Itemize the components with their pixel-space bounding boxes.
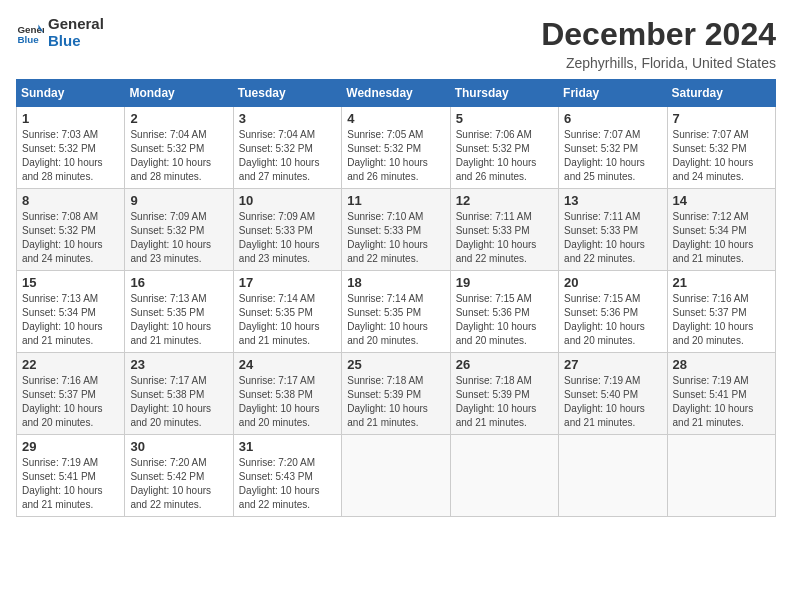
day-number: 31	[239, 439, 336, 454]
calendar-cell: 23Sunrise: 7:17 AM Sunset: 5:38 PM Dayli…	[125, 353, 233, 435]
day-info: Sunrise: 7:17 AM Sunset: 5:38 PM Dayligh…	[239, 374, 336, 430]
calendar-cell: 6Sunrise: 7:07 AM Sunset: 5:32 PM Daylig…	[559, 107, 667, 189]
day-number: 9	[130, 193, 227, 208]
day-info: Sunrise: 7:17 AM Sunset: 5:38 PM Dayligh…	[130, 374, 227, 430]
calendar-cell: 22Sunrise: 7:16 AM Sunset: 5:37 PM Dayli…	[17, 353, 125, 435]
day-info: Sunrise: 7:05 AM Sunset: 5:32 PM Dayligh…	[347, 128, 444, 184]
day-number: 29	[22, 439, 119, 454]
calendar-cell: 11Sunrise: 7:10 AM Sunset: 5:33 PM Dayli…	[342, 189, 450, 271]
day-number: 21	[673, 275, 770, 290]
weekday-header-sunday: Sunday	[17, 80, 125, 107]
weekday-header-wednesday: Wednesday	[342, 80, 450, 107]
day-info: Sunrise: 7:19 AM Sunset: 5:40 PM Dayligh…	[564, 374, 661, 430]
day-info: Sunrise: 7:12 AM Sunset: 5:34 PM Dayligh…	[673, 210, 770, 266]
calendar-week-row: 15Sunrise: 7:13 AM Sunset: 5:34 PM Dayli…	[17, 271, 776, 353]
calendar-week-row: 1Sunrise: 7:03 AM Sunset: 5:32 PM Daylig…	[17, 107, 776, 189]
day-info: Sunrise: 7:03 AM Sunset: 5:32 PM Dayligh…	[22, 128, 119, 184]
day-number: 28	[673, 357, 770, 372]
logo-general: General	[48, 16, 104, 33]
day-info: Sunrise: 7:11 AM Sunset: 5:33 PM Dayligh…	[456, 210, 553, 266]
day-info: Sunrise: 7:16 AM Sunset: 5:37 PM Dayligh…	[673, 292, 770, 348]
calendar-week-row: 22Sunrise: 7:16 AM Sunset: 5:37 PM Dayli…	[17, 353, 776, 435]
day-number: 22	[22, 357, 119, 372]
day-info: Sunrise: 7:11 AM Sunset: 5:33 PM Dayligh…	[564, 210, 661, 266]
calendar-cell: 30Sunrise: 7:20 AM Sunset: 5:42 PM Dayli…	[125, 435, 233, 517]
day-info: Sunrise: 7:09 AM Sunset: 5:33 PM Dayligh…	[239, 210, 336, 266]
day-number: 13	[564, 193, 661, 208]
location-subtitle: Zephyrhills, Florida, United States	[541, 55, 776, 71]
day-number: 27	[564, 357, 661, 372]
day-number: 1	[22, 111, 119, 126]
calendar-cell: 15Sunrise: 7:13 AM Sunset: 5:34 PM Dayli…	[17, 271, 125, 353]
calendar-cell: 7Sunrise: 7:07 AM Sunset: 5:32 PM Daylig…	[667, 107, 775, 189]
calendar-cell	[559, 435, 667, 517]
calendar-cell: 25Sunrise: 7:18 AM Sunset: 5:39 PM Dayli…	[342, 353, 450, 435]
day-info: Sunrise: 7:20 AM Sunset: 5:43 PM Dayligh…	[239, 456, 336, 512]
day-number: 8	[22, 193, 119, 208]
calendar-cell: 5Sunrise: 7:06 AM Sunset: 5:32 PM Daylig…	[450, 107, 558, 189]
day-number: 2	[130, 111, 227, 126]
calendar-cell: 26Sunrise: 7:18 AM Sunset: 5:39 PM Dayli…	[450, 353, 558, 435]
logo: General Blue General Blue	[16, 16, 104, 49]
calendar-cell: 21Sunrise: 7:16 AM Sunset: 5:37 PM Dayli…	[667, 271, 775, 353]
day-info: Sunrise: 7:15 AM Sunset: 5:36 PM Dayligh…	[456, 292, 553, 348]
logo-blue: Blue	[48, 33, 104, 50]
calendar-cell: 12Sunrise: 7:11 AM Sunset: 5:33 PM Dayli…	[450, 189, 558, 271]
calendar-cell: 4Sunrise: 7:05 AM Sunset: 5:32 PM Daylig…	[342, 107, 450, 189]
day-number: 23	[130, 357, 227, 372]
day-info: Sunrise: 7:19 AM Sunset: 5:41 PM Dayligh…	[673, 374, 770, 430]
day-number: 11	[347, 193, 444, 208]
calendar-cell: 19Sunrise: 7:15 AM Sunset: 5:36 PM Dayli…	[450, 271, 558, 353]
calendar-cell: 24Sunrise: 7:17 AM Sunset: 5:38 PM Dayli…	[233, 353, 341, 435]
day-number: 5	[456, 111, 553, 126]
weekday-header-saturday: Saturday	[667, 80, 775, 107]
calendar-cell: 18Sunrise: 7:14 AM Sunset: 5:35 PM Dayli…	[342, 271, 450, 353]
calendar-cell: 3Sunrise: 7:04 AM Sunset: 5:32 PM Daylig…	[233, 107, 341, 189]
day-number: 12	[456, 193, 553, 208]
day-info: Sunrise: 7:10 AM Sunset: 5:33 PM Dayligh…	[347, 210, 444, 266]
day-number: 15	[22, 275, 119, 290]
weekday-header-monday: Monday	[125, 80, 233, 107]
day-info: Sunrise: 7:20 AM Sunset: 5:42 PM Dayligh…	[130, 456, 227, 512]
day-info: Sunrise: 7:19 AM Sunset: 5:41 PM Dayligh…	[22, 456, 119, 512]
calendar-cell: 28Sunrise: 7:19 AM Sunset: 5:41 PM Dayli…	[667, 353, 775, 435]
calendar-week-row: 29Sunrise: 7:19 AM Sunset: 5:41 PM Dayli…	[17, 435, 776, 517]
day-info: Sunrise: 7:07 AM Sunset: 5:32 PM Dayligh…	[673, 128, 770, 184]
day-info: Sunrise: 7:13 AM Sunset: 5:34 PM Dayligh…	[22, 292, 119, 348]
day-number: 20	[564, 275, 661, 290]
calendar-cell: 31Sunrise: 7:20 AM Sunset: 5:43 PM Dayli…	[233, 435, 341, 517]
day-number: 10	[239, 193, 336, 208]
logo-icon: General Blue	[16, 19, 44, 47]
day-number: 26	[456, 357, 553, 372]
calendar-cell: 16Sunrise: 7:13 AM Sunset: 5:35 PM Dayli…	[125, 271, 233, 353]
calendar-cell: 1Sunrise: 7:03 AM Sunset: 5:32 PM Daylig…	[17, 107, 125, 189]
day-info: Sunrise: 7:16 AM Sunset: 5:37 PM Dayligh…	[22, 374, 119, 430]
day-number: 18	[347, 275, 444, 290]
day-info: Sunrise: 7:18 AM Sunset: 5:39 PM Dayligh…	[456, 374, 553, 430]
day-info: Sunrise: 7:15 AM Sunset: 5:36 PM Dayligh…	[564, 292, 661, 348]
day-number: 3	[239, 111, 336, 126]
calendar-cell: 27Sunrise: 7:19 AM Sunset: 5:40 PM Dayli…	[559, 353, 667, 435]
calendar-cell	[450, 435, 558, 517]
day-info: Sunrise: 7:04 AM Sunset: 5:32 PM Dayligh…	[239, 128, 336, 184]
weekday-header-thursday: Thursday	[450, 80, 558, 107]
calendar-cell: 10Sunrise: 7:09 AM Sunset: 5:33 PM Dayli…	[233, 189, 341, 271]
day-info: Sunrise: 7:18 AM Sunset: 5:39 PM Dayligh…	[347, 374, 444, 430]
calendar-cell: 29Sunrise: 7:19 AM Sunset: 5:41 PM Dayli…	[17, 435, 125, 517]
day-number: 17	[239, 275, 336, 290]
day-info: Sunrise: 7:07 AM Sunset: 5:32 PM Dayligh…	[564, 128, 661, 184]
day-info: Sunrise: 7:06 AM Sunset: 5:32 PM Dayligh…	[456, 128, 553, 184]
day-info: Sunrise: 7:08 AM Sunset: 5:32 PM Dayligh…	[22, 210, 119, 266]
svg-text:Blue: Blue	[17, 33, 39, 44]
day-info: Sunrise: 7:14 AM Sunset: 5:35 PM Dayligh…	[239, 292, 336, 348]
day-number: 6	[564, 111, 661, 126]
day-number: 4	[347, 111, 444, 126]
calendar-week-row: 8Sunrise: 7:08 AM Sunset: 5:32 PM Daylig…	[17, 189, 776, 271]
day-number: 25	[347, 357, 444, 372]
day-number: 16	[130, 275, 227, 290]
calendar-cell: 2Sunrise: 7:04 AM Sunset: 5:32 PM Daylig…	[125, 107, 233, 189]
weekday-header-friday: Friday	[559, 80, 667, 107]
month-year-title: December 2024	[541, 16, 776, 53]
calendar-cell	[342, 435, 450, 517]
day-info: Sunrise: 7:04 AM Sunset: 5:32 PM Dayligh…	[130, 128, 227, 184]
